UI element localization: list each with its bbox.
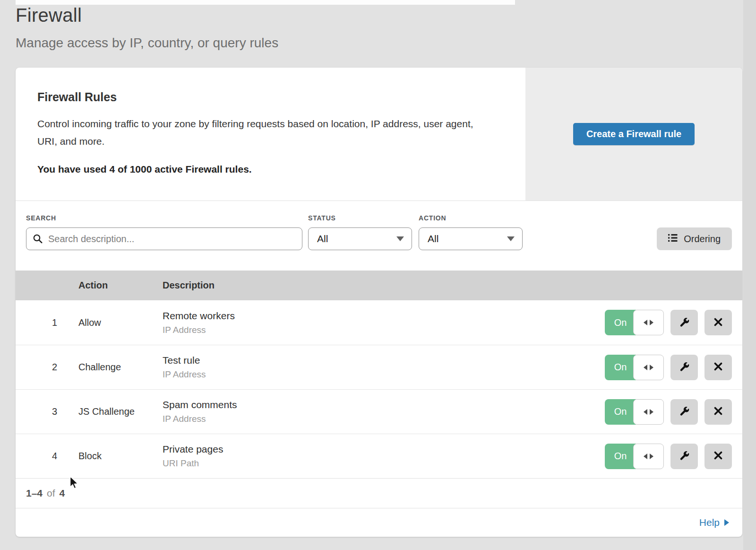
rule-match-type: URI Path [163, 458, 605, 469]
pagination-of: of [47, 488, 55, 499]
search-label: SEARCH [26, 214, 302, 222]
mouse-cursor [69, 476, 82, 491]
status-select[interactable]: All [308, 227, 412, 250]
action-column-header: Action [78, 280, 163, 291]
rule-priority: 4 [16, 451, 57, 462]
rule-description-cell: Remote workers IP Address [141, 310, 605, 335]
delete-rule-button[interactable] [704, 444, 732, 469]
table-row: 1 Allow Remote workers IP Address On [16, 300, 742, 345]
left-right-arrows-icon [633, 399, 664, 425]
left-right-arrows-icon [633, 444, 664, 469]
toggle-on-state: On [605, 399, 636, 425]
x-icon [713, 362, 723, 373]
action-filter-group: ACTION All [419, 214, 523, 250]
action-select-value: All [428, 233, 438, 244]
table-row: 2 Challenge Test rule IP Address On [16, 345, 742, 389]
status-label: STATUS [308, 214, 412, 222]
card-footer: Help [16, 508, 742, 537]
chevron-down-icon [507, 236, 515, 241]
rules-summary-section: Firewall Rules Control incoming traffic … [16, 68, 742, 201]
rule-action: Block [57, 451, 141, 462]
table-row: 4 Block Private pages URI Path On [16, 434, 742, 478]
edit-rule-button[interactable] [670, 310, 698, 335]
rules-title: Firewall Rules [37, 90, 483, 104]
rule-controls: On [605, 310, 742, 335]
table-header: Action Description [16, 271, 742, 300]
rule-toggle[interactable]: On [605, 310, 664, 335]
rule-description: Remote workers [163, 310, 605, 322]
delete-rule-button[interactable] [704, 355, 732, 380]
rule-priority: 1 [16, 317, 57, 328]
top-content-sliver [16, 0, 515, 5]
wrench-icon [679, 450, 690, 463]
table-row: 3 JS Challenge Spam comments IP Address … [16, 389, 742, 434]
rule-controls: On [605, 444, 742, 469]
edit-rule-button[interactable] [670, 399, 698, 425]
toggle-on-state: On [605, 355, 636, 380]
delete-rule-button[interactable] [704, 310, 732, 335]
rule-description: Test rule [163, 355, 605, 366]
chevron-down-icon [396, 236, 404, 241]
description-column-header: Description [163, 280, 742, 291]
rule-toggle[interactable]: On [605, 399, 664, 425]
rule-action: JS Challenge [57, 406, 141, 417]
ordered-list-icon [668, 234, 678, 244]
edit-rule-button[interactable] [670, 444, 698, 469]
rule-description-cell: Spam comments IP Address [141, 399, 605, 424]
create-rule-panel: Create a Firewall rule [525, 68, 742, 201]
rules-usage-note: You have used 4 of 1000 active Firewall … [37, 164, 483, 175]
filter-bar: SEARCH STATUS All ACTION All [16, 201, 742, 271]
rule-match-type: IP Address [163, 369, 605, 380]
rule-action: Challenge [57, 362, 141, 373]
page-title: Firewall [16, 5, 278, 26]
help-link[interactable]: Help [699, 517, 729, 528]
left-right-arrows-icon [633, 310, 664, 335]
firewall-card: Firewall Rules Control incoming traffic … [16, 68, 742, 537]
wrench-icon [679, 361, 690, 374]
rule-description-cell: Test rule IP Address [141, 355, 605, 380]
rule-match-type: IP Address [163, 414, 605, 424]
rule-priority: 2 [16, 362, 57, 373]
action-select[interactable]: All [419, 227, 523, 250]
pagination-range: 1–4 [26, 488, 43, 499]
action-label: ACTION [419, 214, 523, 222]
rule-description: Private pages [163, 444, 605, 455]
rule-match-type: IP Address [163, 325, 605, 335]
toggle-on-state: On [605, 310, 636, 335]
rules-summary-text: Firewall Rules Control incoming traffic … [16, 68, 525, 201]
rule-toggle[interactable]: On [605, 444, 664, 469]
help-link-label: Help [699, 517, 720, 528]
ordering-button-label: Ordering [684, 234, 721, 244]
pagination: 1–4 of 4 [16, 478, 742, 508]
search-input[interactable] [26, 227, 302, 250]
wrench-icon [679, 405, 690, 418]
rules-description: Control incoming traffic to your zone by… [37, 115, 483, 150]
delete-rule-button[interactable] [704, 399, 732, 425]
page-subtitle: Manage access by IP, country, or query r… [16, 35, 278, 51]
rule-description: Spam comments [163, 399, 605, 410]
status-filter-group: STATUS All [308, 214, 412, 250]
rule-toggle[interactable]: On [605, 355, 664, 380]
ordering-button[interactable]: Ordering [657, 227, 732, 250]
pagination-total: 4 [60, 488, 65, 499]
search-box [26, 227, 302, 250]
rule-controls: On [605, 355, 742, 380]
toggle-on-state: On [605, 444, 636, 469]
rule-priority: 3 [16, 406, 57, 417]
x-icon [713, 317, 723, 328]
x-icon [713, 451, 723, 462]
create-firewall-rule-button[interactable]: Create a Firewall rule [573, 123, 695, 145]
wrench-icon [679, 316, 690, 329]
search-filter-group: SEARCH [26, 214, 302, 250]
page-header: Firewall Manage access by IP, country, o… [16, 5, 278, 51]
rule-action: Allow [57, 317, 141, 328]
search-icon [33, 234, 43, 246]
status-select-value: All [317, 233, 328, 244]
left-right-arrows-icon [633, 355, 664, 380]
caret-right-icon [724, 519, 729, 526]
edit-rule-button[interactable] [670, 355, 698, 380]
rule-controls: On [605, 399, 742, 425]
window-edge-strip [743, 0, 756, 550]
rule-description-cell: Private pages URI Path [141, 444, 605, 469]
x-icon [713, 406, 723, 417]
